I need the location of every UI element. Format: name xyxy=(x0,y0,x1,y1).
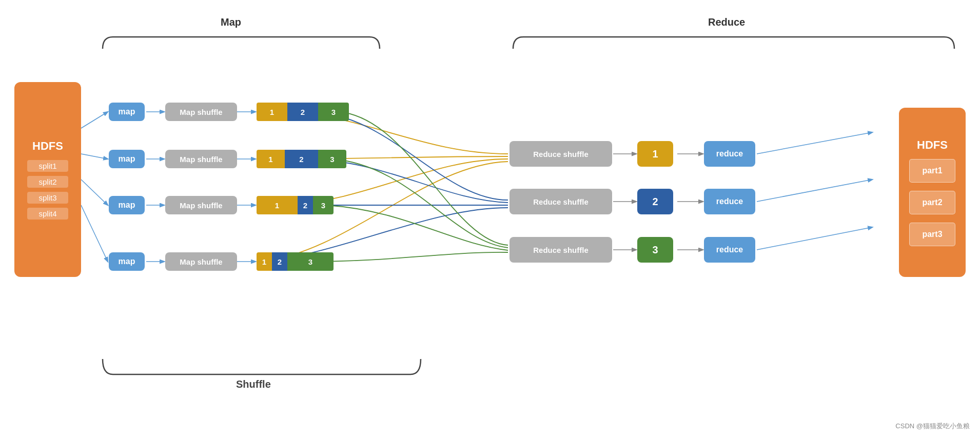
partition-4: 1 2 3 xyxy=(257,252,334,271)
diagram-container: Map Reduce Shuffle HDFS split1 split2 sp… xyxy=(0,0,980,438)
reduce-box-1: reduce xyxy=(704,141,755,167)
partition-1: 1 2 3 xyxy=(257,103,349,121)
reduce-box-2: reduce xyxy=(704,189,755,214)
partition-3: 1 2 3 xyxy=(257,196,334,214)
map-shuffle-box-2: Map shuffle xyxy=(165,150,237,168)
reduce-shuffle-box-1: Reduce shuffle xyxy=(509,141,612,167)
reduce-shuffle-box-3: Reduce shuffle xyxy=(509,237,612,263)
svg-line-2 xyxy=(81,180,108,205)
seg-1-2: 2 xyxy=(287,103,318,121)
partition-2: 1 2 3 xyxy=(257,150,346,168)
seg-2-1: 1 xyxy=(257,150,285,168)
hdfs-right: HDFS part1 part2 part3 xyxy=(899,108,966,277)
map-box-3: map xyxy=(109,196,145,214)
map-shuffle-box-4: Map shuffle xyxy=(165,252,237,271)
seg-2-2: 2 xyxy=(285,150,318,168)
seg-3-1: 1 xyxy=(257,196,298,214)
watermark: CSDN @猫猫爱吃小鱼粮 xyxy=(895,422,970,431)
seg-4-3: 3 xyxy=(287,252,334,271)
part2-box: part2 xyxy=(909,191,955,214)
svg-line-3 xyxy=(81,205,108,262)
svg-line-20 xyxy=(757,227,872,250)
seg-3-2: 2 xyxy=(298,196,313,214)
seg-4-2: 2 xyxy=(272,252,287,271)
svg-line-18 xyxy=(757,132,872,154)
reduce-num-1: 1 xyxy=(637,141,673,167)
hdfs-splits: split1 split2 split3 split4 xyxy=(27,160,68,220)
hdfs-left-title: HDFS xyxy=(32,140,63,153)
seg-2-3: 3 xyxy=(318,150,346,168)
reduce-shuffle-box-2: Reduce shuffle xyxy=(509,189,612,214)
map-box-2: map xyxy=(109,150,145,168)
svg-line-19 xyxy=(757,180,872,202)
connector-svg xyxy=(0,0,980,438)
split1: split1 xyxy=(27,160,68,172)
reduce-num-2: 2 xyxy=(637,189,673,214)
svg-line-1 xyxy=(81,154,108,159)
split3: split3 xyxy=(27,192,68,204)
reduce-section-label: Reduce xyxy=(708,16,745,28)
svg-line-0 xyxy=(81,112,108,128)
part3-box: part3 xyxy=(909,223,955,246)
reduce-box-3: reduce xyxy=(704,237,755,263)
map-shuffle-box-1: Map shuffle xyxy=(165,103,237,121)
map-section-label: Map xyxy=(221,16,241,28)
seg-1-1: 1 xyxy=(257,103,287,121)
part1-box: part1 xyxy=(909,159,955,183)
shuffle-label: Shuffle xyxy=(236,379,271,390)
seg-4-1: 1 xyxy=(257,252,272,271)
seg-1-3: 3 xyxy=(318,103,349,121)
split2: split2 xyxy=(27,176,68,188)
map-shuffle-box-3: Map shuffle xyxy=(165,196,237,214)
map-box-4: map xyxy=(109,252,145,271)
hdfs-right-parts: part1 part2 part3 xyxy=(909,159,955,246)
reduce-num-3: 3 xyxy=(637,237,673,263)
seg-3-3: 3 xyxy=(313,196,334,214)
hdfs-left: HDFS split1 split2 split3 split4 xyxy=(14,82,81,277)
map-box-1: map xyxy=(109,103,145,121)
hdfs-right-title: HDFS xyxy=(917,138,948,152)
split4: split4 xyxy=(27,208,68,220)
